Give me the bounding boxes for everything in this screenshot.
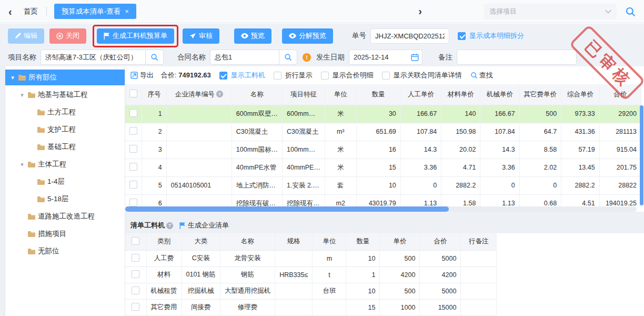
tree-item-基础工程[interactable]: 基础工程 bbox=[5, 139, 125, 155]
tree-item-支护工程[interactable]: 支护工程 bbox=[5, 122, 125, 137]
horizontal-scrollbar-thumb[interactable] bbox=[125, 206, 449, 212]
tree-item-无部位[interactable]: 无部位 bbox=[5, 243, 125, 259]
contract-search-button[interactable] bbox=[279, 50, 297, 65]
tree-item-5-18层[interactable]: 5-18层 bbox=[5, 191, 125, 207]
cell: 500 bbox=[519, 105, 561, 123]
search-icon bbox=[150, 53, 158, 61]
project-select[interactable]: 选择项目 bbox=[484, 4, 617, 19]
show-cost-split-checkbox[interactable] bbox=[458, 32, 466, 40]
row-checkbox[interactable] bbox=[132, 287, 139, 294]
generate-button-label: 生成工料机预算单 bbox=[113, 31, 167, 41]
chevron-right-icon[interactable]: › bbox=[418, 5, 422, 17]
row-checkbox[interactable] bbox=[129, 199, 137, 206]
preview-button[interactable]: 预览 bbox=[234, 28, 271, 44]
option-显示工料机[interactable]: 显示工料机 bbox=[219, 71, 265, 80]
tab-home[interactable]: 首页 bbox=[24, 7, 38, 16]
row-checkbox[interactable] bbox=[129, 109, 137, 117]
project-search-button[interactable] bbox=[146, 50, 164, 65]
material-table-row[interactable]: 人工费C安装龙骨安装m105005000 bbox=[125, 250, 497, 266]
tree-item-1-4层[interactable]: 1-4层 bbox=[5, 174, 125, 190]
cell: m2 bbox=[325, 194, 356, 206]
export-button[interactable]: 导出 bbox=[130, 71, 154, 80]
cell: 10 bbox=[356, 176, 400, 194]
folder-icon bbox=[37, 126, 45, 133]
tree-item-所有部位[interactable]: ▾所有部位 bbox=[5, 70, 125, 85]
cell: 2882.2 bbox=[561, 176, 600, 194]
option-checkbox[interactable] bbox=[382, 72, 390, 80]
option-checkbox[interactable] bbox=[321, 72, 329, 80]
collapsed-splitter[interactable] bbox=[0, 66, 5, 316]
option-显示合价明细[interactable]: 显示合价明细 bbox=[321, 71, 374, 80]
row-checkbox-cell bbox=[125, 176, 142, 194]
vertical-scrollbar-thumb[interactable] bbox=[640, 105, 643, 205]
budget-table-row[interactable]: 440mmPE水管40mmPE…米153.364.713.362.0213.45… bbox=[125, 159, 641, 176]
tree-item-措施项目[interactable]: 措施项目 bbox=[5, 226, 125, 242]
doc-no-label: 单号 bbox=[352, 31, 366, 41]
decompose-preview-button[interactable]: 分解预览 bbox=[282, 28, 333, 44]
row-checkbox[interactable] bbox=[132, 270, 139, 278]
search-icon[interactable] bbox=[625, 6, 636, 17]
budget-table-row[interactable]: 505140105001地上式消防…1.安装 2.…套1002882.20028… bbox=[125, 176, 641, 194]
generate-material-budget-button[interactable]: 生成工料机预算单 bbox=[97, 28, 174, 44]
cell: 100mm… bbox=[283, 141, 325, 159]
cell: 龙骨安装 bbox=[220, 250, 275, 266]
caret-down-icon[interactable]: ▾ bbox=[19, 92, 25, 98]
cell: 2882.2 bbox=[441, 176, 480, 194]
show-cost-split-option[interactable]: 显示成本明细拆分 bbox=[458, 31, 524, 41]
row-checkbox[interactable] bbox=[129, 127, 137, 135]
cell: 40mmPE… bbox=[283, 159, 325, 176]
tree-item-label: 措施项目 bbox=[38, 229, 66, 239]
doc-no-input[interactable] bbox=[370, 28, 449, 44]
cell: 5000 bbox=[420, 250, 461, 266]
tree-item-主体工程[interactable]: ▾主体工程 bbox=[5, 156, 125, 172]
cell: 5 bbox=[142, 176, 167, 194]
material-table-row[interactable]: 其它费用间接费修理费15100015000 bbox=[125, 299, 497, 315]
budget-table-row[interactable]: 2C30混凝土C30混凝土m³651.69107.84150.98107.846… bbox=[125, 123, 641, 141]
tree-item-地基与基础工程[interactable]: ▾地基与基础工程 bbox=[5, 87, 125, 103]
tree-item-道路施工改造工程[interactable]: 道路施工改造工程 bbox=[5, 209, 125, 224]
cell: 机械租赁 bbox=[146, 283, 182, 299]
cell: 107.84 bbox=[400, 123, 441, 141]
cell: 5000 bbox=[420, 283, 461, 299]
chevron-left-icon[interactable]: ‹ bbox=[8, 6, 12, 17]
cell: 915.04 bbox=[599, 141, 641, 159]
budget-table-row[interactable]: 3100mm国标…100mm…米1614.320.0214.38.5857.19… bbox=[125, 141, 641, 159]
option-checkbox[interactable] bbox=[274, 72, 281, 80]
close-icon[interactable]: × bbox=[125, 7, 129, 15]
tab-active[interactable]: 预算成本清单-查看 × bbox=[54, 4, 136, 19]
folder-icon bbox=[37, 196, 45, 203]
row-checkbox[interactable] bbox=[129, 145, 137, 153]
project-name-input[interactable] bbox=[41, 50, 146, 65]
select-all-checkbox[interactable] bbox=[129, 90, 137, 97]
remark-input[interactable] bbox=[457, 50, 577, 65]
edit-button-label: 编辑 bbox=[24, 31, 37, 41]
tree-item-土方工程[interactable]: 土方工程 bbox=[5, 104, 125, 120]
edit-button[interactable]: 编辑 bbox=[8, 28, 44, 44]
folder-icon bbox=[37, 144, 45, 151]
row-checkbox[interactable] bbox=[129, 181, 137, 189]
caret-down-icon[interactable]: ▾ bbox=[19, 161, 25, 168]
cell: 194019.25 bbox=[599, 194, 641, 206]
column-header-大类: 大类 bbox=[182, 233, 220, 250]
find-button[interactable]: 查找 bbox=[470, 71, 493, 80]
close-button[interactable]: 关闭 bbox=[49, 28, 86, 44]
calendar-icon[interactable] bbox=[411, 53, 419, 61]
option-checkbox[interactable] bbox=[219, 72, 227, 80]
row-checkbox[interactable] bbox=[132, 303, 139, 311]
flag-icon bbox=[179, 222, 186, 229]
caret-down-icon[interactable]: ▾ bbox=[9, 74, 16, 81]
option-显示关联合同清单详情[interactable]: 显示关联合同清单详情 bbox=[382, 71, 462, 80]
row-checkbox[interactable] bbox=[132, 254, 139, 262]
row-checkbox[interactable] bbox=[129, 163, 137, 171]
material-table-row[interactable]: 材料0101 钢筋钢筋HRB335≤t142004200 bbox=[125, 266, 497, 283]
budget-table-row[interactable]: 1600mm双壁…600mm…米30166.67140166.67500973.… bbox=[125, 105, 641, 123]
audit-button[interactable]: 审核 bbox=[183, 28, 219, 44]
generate-enterprise-list-button[interactable]: 生成企业清单 bbox=[179, 221, 229, 230]
cell bbox=[166, 105, 232, 123]
select-all-checkbox[interactable] bbox=[132, 237, 139, 245]
cell: 57.19 bbox=[561, 141, 600, 159]
budget-table-row[interactable]: 6挖除现有破…挖除现有…m243019.791.131.581.130.684.… bbox=[125, 194, 641, 206]
contract-name-input[interactable] bbox=[210, 50, 279, 65]
option-折行显示[interactable]: 折行显示 bbox=[274, 71, 313, 80]
material-table-row[interactable]: 机械租赁挖掘机械大型通用挖掘机台班105005000 bbox=[125, 283, 497, 299]
